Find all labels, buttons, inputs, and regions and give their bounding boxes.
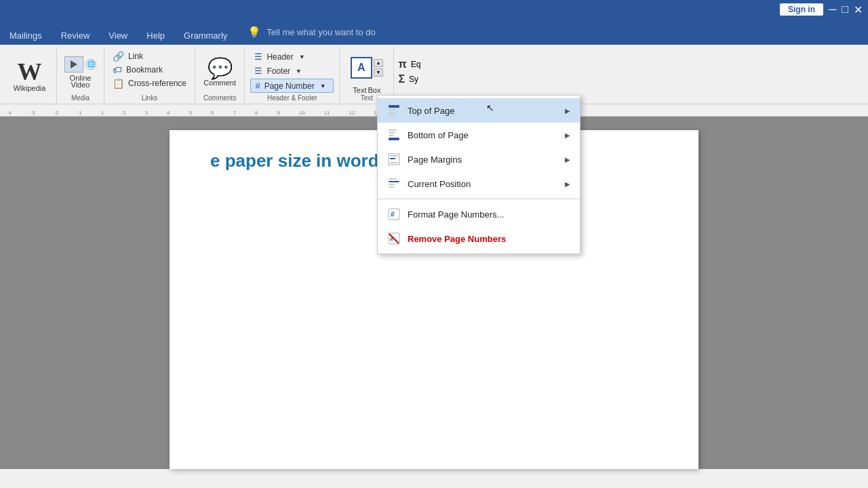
format-page-numbers-icon: # (387, 207, 401, 221)
cross-reference-label: Cross-reference (128, 79, 186, 88)
comment-icon: 💬 (208, 58, 233, 79)
ruler-mark: 11 (324, 110, 330, 116)
ruler-mark: 1 (101, 110, 104, 116)
svg-rect-5 (389, 129, 397, 131)
header-label: Header (267, 52, 293, 62)
tab-help[interactable]: Help (137, 26, 174, 45)
online-video-group[interactable]: 🌐 Online Video Media (57, 47, 104, 104)
close-icon[interactable]: ✕ (854, 3, 863, 16)
media-group-label: Media (71, 94, 90, 104)
top-of-page-item[interactable]: Top of Page ▶ ↖ (378, 98, 580, 123)
tab-mailings[interactable]: Mailings (0, 26, 52, 45)
ruler-mark: 12 (349, 110, 355, 116)
textbox-ctrl-up[interactable]: ▲ (374, 59, 383, 67)
top-bar: Sign in ─ □ ✕ (0, 0, 868, 19)
tell-me-text: Tell me what you want to do (267, 27, 375, 37)
page-margins-item[interactable]: Page Margins ▶ (378, 147, 580, 171)
bookmark-icon: 🏷 (113, 64, 122, 75)
ruler-mark: 7 (233, 110, 235, 116)
format-page-numbers-item[interactable]: # Format Page Numbers... (378, 202, 580, 226)
svg-rect-1 (389, 105, 399, 108)
symbol-label: Sy (409, 75, 418, 84)
equation-label: Eq (411, 60, 421, 69)
svg-rect-3 (389, 112, 395, 113)
page-margins-arrow: ▶ (565, 156, 570, 163)
header-icon: ☰ (254, 52, 262, 62)
bottom-of-page-item[interactable]: Bottom of Page ▶ (378, 123, 580, 147)
bookmark-label: Bookmark (126, 65, 163, 75)
bookmark-button[interactable]: 🏷 Bookmark (110, 64, 189, 76)
current-position-item[interactable]: Current Position ▶ (378, 171, 580, 196)
pi-icon: π (398, 58, 406, 70)
page-number-dropdown-arrow: ▼ (320, 83, 326, 89)
links-group: 🔗 Link 🏷 Bookmark 📋 Cross-reference Link… (104, 47, 195, 104)
tell-me-area[interactable]: 💡 Tell me what you want to do (237, 19, 868, 45)
cross-reference-button[interactable]: 📋 Cross-reference (110, 77, 189, 89)
wikipedia-icon: W (18, 60, 42, 84)
link-button[interactable]: 🔗 Link (110, 50, 189, 62)
tab-review[interactable]: Review (52, 26, 100, 45)
dropdown-divider (378, 199, 580, 199)
svg-rect-7 (389, 135, 394, 136)
ruler-mark: 4 (167, 110, 170, 116)
bottom-of-page-label: Bottom of Page (408, 130, 558, 140)
page-number-label: Page Number (264, 81, 315, 91)
comment-group[interactable]: 💬 Comment Comments (195, 47, 245, 104)
header-footer-group-label: Header & Footer (250, 94, 334, 104)
page-number-button[interactable]: # Page Number ▼ (250, 79, 334, 93)
remove-page-numbers-item[interactable]: # Remove Page Numbers (378, 226, 580, 251)
page-number-icon: # (255, 81, 260, 91)
top-of-page-arrow: ▶ (565, 107, 570, 115)
ruler-mark: 2 (123, 110, 125, 116)
page-number-dropdown: Top of Page ▶ ↖ Bottom of Page ▶ Pa (377, 95, 580, 254)
link-label: Link (128, 52, 143, 61)
format-page-numbers-label: Format Page Numbers... (408, 209, 570, 220)
footer-dropdown-arrow: ▼ (296, 68, 302, 75)
links-group-label: Links (110, 94, 189, 104)
svg-rect-15 (389, 184, 395, 185)
text-label: Text (353, 86, 366, 94)
minimize-icon[interactable]: ─ (829, 3, 836, 16)
current-position-icon (387, 177, 401, 190)
text-group-label: Text (361, 94, 373, 104)
svg-rect-14 (389, 181, 399, 182)
equation-button[interactable]: π Eq (398, 58, 444, 70)
ruler-mark: 3 (145, 110, 148, 116)
ruler-mark: 5 (189, 110, 192, 116)
tab-grammarly[interactable]: Grammarly (174, 26, 237, 45)
symbol-button[interactable]: Σ Sy (398, 73, 444, 85)
comments-group-label: Comments (203, 94, 236, 104)
sigma-icon: Σ (398, 73, 405, 85)
ruler-mark: ·2 (54, 110, 58, 116)
nav-bar: Mailings Review View Help Grammarly 💡 Te… (0, 19, 868, 45)
svg-marker-0 (71, 60, 77, 68)
link-icon: 🔗 (113, 51, 124, 62)
video-play-icon (64, 56, 83, 73)
sign-in-button[interactable]: Sign in (780, 3, 823, 16)
ribbon-tabs: Mailings Review View Help Grammarly (0, 19, 237, 45)
globe-icon: 🌐 (85, 59, 96, 70)
box-label: Box (368, 86, 381, 94)
svg-rect-10 (390, 155, 398, 157)
footer-button[interactable]: ☰ Footer ▼ (250, 64, 334, 77)
ruler-mark: 10 (299, 110, 305, 116)
textbox-ctrl-down[interactable]: ▼ (374, 68, 383, 77)
page-margins-icon (387, 152, 401, 166)
video-label: Video (71, 81, 90, 89)
header-button[interactable]: ☰ Header ▼ (250, 50, 334, 63)
wikipedia-group[interactable]: W Wikipedia (3, 47, 57, 104)
ruler-mark: 9 (277, 110, 279, 116)
footer-icon: ☰ (254, 66, 262, 76)
tab-view[interactable]: View (99, 26, 137, 45)
top-of-page-icon (387, 104, 401, 117)
maximize-icon[interactable]: □ (842, 3, 848, 16)
remove-page-numbers-icon: # (387, 232, 401, 245)
ruler-mark: ·4 (7, 110, 12, 116)
ruler-mark: 6 (211, 110, 214, 116)
svg-rect-13 (389, 178, 397, 180)
svg-rect-11 (390, 162, 398, 163)
svg-rect-6 (389, 132, 395, 134)
textbox-icon: A (351, 57, 372, 79)
ruler-mark: ·1 (77, 110, 82, 116)
top-of-page-label: Top of Page (408, 106, 558, 116)
